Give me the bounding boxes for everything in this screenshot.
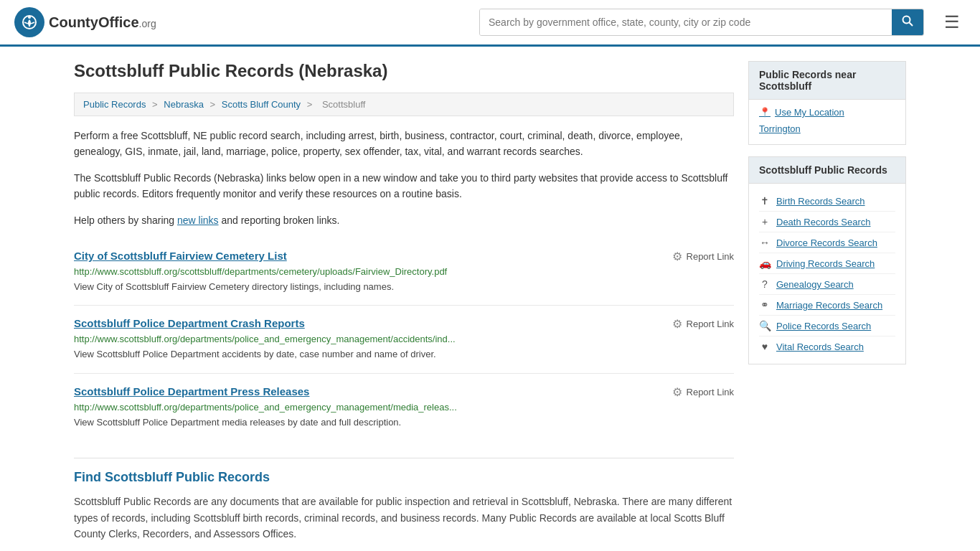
description-3: Help others by sharing new links and rep… <box>74 212 734 228</box>
search-button[interactable] <box>892 9 923 35</box>
record-url-2[interactable]: http://www.scottsbluff.org/departments/p… <box>74 402 734 413</box>
report-link-0[interactable]: ⚙ Report Link <box>672 250 734 263</box>
nearby-section: Public Records near Scottsbluff 📍 Use My… <box>748 61 906 145</box>
vital-icon: ♥ <box>759 341 771 352</box>
list-item-death: + Death Records Search <box>759 212 895 232</box>
record-header-2: Scottsbluff Police Department Press Rele… <box>74 385 734 399</box>
svg-line-4 <box>910 23 913 27</box>
driving-icon: 🚗 <box>759 258 771 269</box>
find-description: Scottsbluff Public Records are any docum… <box>74 494 734 542</box>
breadcrumb-item-3[interactable]: Scotts Bluff County <box>222 99 301 110</box>
record-desc-1: View Scottsbluff Police Department accid… <box>74 347 734 362</box>
birth-icon: ✝ <box>759 195 771 207</box>
report-icon-2: ⚙ <box>672 385 682 399</box>
marriage-records-link[interactable]: Marriage Records Search <box>776 300 882 311</box>
report-label-0: Report Link <box>687 251 734 262</box>
list-item-marriage: ⚭ Marriage Records Search <box>759 295 895 316</box>
logo-org: .org <box>139 18 156 29</box>
breadcrumb-sep-3: > <box>307 99 315 110</box>
records-section-header: Scottsbluff Public Records <box>749 157 905 184</box>
new-links-link[interactable]: new links <box>177 215 219 226</box>
description-3-pre: Help others by sharing <box>74 215 177 226</box>
driving-records-link[interactable]: Driving Records Search <box>776 258 875 269</box>
breadcrumb-item-1[interactable]: Public Records <box>83 99 146 110</box>
record-title-0[interactable]: City of Scottsbluff Fairview Cemetery Li… <box>74 250 287 262</box>
records-list: City of Scottsbluff Fairview Cemetery Li… <box>74 238 734 441</box>
record-header-1: Scottsbluff Police Department Crash Repo… <box>74 317 734 331</box>
description-3-post: and reporting broken links. <box>219 215 340 226</box>
records-links-list: ✝ Birth Records Search + Death Records S… <box>749 184 905 364</box>
logo-county: CountyOffice <box>49 14 139 30</box>
list-item-driving: 🚗 Driving Records Search <box>759 253 895 274</box>
report-link-1[interactable]: ⚙ Report Link <box>672 317 734 331</box>
record-desc-2: View Scottsbluff Police Department media… <box>74 415 734 430</box>
record-item-2: Scottsbluff Police Department Press Rele… <box>74 374 734 441</box>
record-url-1[interactable]: http://www.scottsbluff.org/departments/p… <box>74 334 734 344</box>
content-area: Scottsbluff Public Records (Nebraska) Pu… <box>74 61 734 542</box>
record-title-2[interactable]: Scottsbluff Police Department Press Rele… <box>74 385 309 397</box>
record-item-1: Scottsbluff Police Department Crash Repo… <box>74 306 734 374</box>
report-label-2: Report Link <box>687 387 734 397</box>
death-records-link[interactable]: Death Records Search <box>776 217 871 227</box>
record-title-1[interactable]: Scottsbluff Police Department Crash Repo… <box>74 317 305 329</box>
list-item-vital: ♥ Vital Records Search <box>759 336 895 357</box>
list-item-genealogy: ? Genealogy Search <box>759 274 895 295</box>
record-desc-0: View City of Scottsbluff Fairview Cemete… <box>74 280 734 294</box>
divorce-icon: ↔ <box>759 237 771 248</box>
description-2: The Scottsbluff Public Records (Nebraska… <box>74 170 734 202</box>
list-item-divorce: ↔ Divorce Records Search <box>759 232 895 253</box>
genealogy-search-link[interactable]: Genealogy Search <box>776 279 854 290</box>
vital-records-link[interactable]: Vital Records Search <box>776 342 864 352</box>
birth-records-link[interactable]: Birth Records Search <box>776 196 865 207</box>
report-icon-0: ⚙ <box>672 250 682 263</box>
marriage-icon: ⚭ <box>759 299 771 311</box>
death-icon: + <box>759 216 771 227</box>
divorce-records-link[interactable]: Divorce Records Search <box>776 237 877 248</box>
report-link-2[interactable]: ⚙ Report Link <box>672 385 734 399</box>
record-item-0: City of Scottsbluff Fairview Cemetery Li… <box>74 238 734 306</box>
header: CountyOffice.org ☰ <box>0 0 980 47</box>
list-item-police: 🔍 Police Records Search <box>759 316 895 336</box>
record-url-0[interactable]: http://www.scottsbluff.org/scottsbluff/d… <box>74 266 734 277</box>
report-icon-1: ⚙ <box>672 317 682 331</box>
breadcrumb-sep-2: > <box>210 99 218 110</box>
list-item-birth: ✝ Birth Records Search <box>759 191 895 212</box>
police-records-link[interactable]: Police Records Search <box>776 321 871 331</box>
breadcrumb-sep-1: > <box>152 99 160 110</box>
torrington-link[interactable]: Torrington <box>759 123 895 134</box>
use-location-label: Use My Location <box>775 107 844 118</box>
logo[interactable]: CountyOffice.org <box>14 7 156 37</box>
find-title: Find Scottsbluff Public Records <box>74 470 734 485</box>
svg-point-2 <box>28 16 31 19</box>
logo-icon <box>14 7 44 37</box>
logo-text-area: CountyOffice.org <box>49 14 156 31</box>
page-title: Scottsbluff Public Records (Nebraska) <box>74 61 734 81</box>
breadcrumb: Public Records > Nebraska > Scotts Bluff… <box>74 93 734 116</box>
records-section: Scottsbluff Public Records ✝ Birth Recor… <box>748 156 906 364</box>
menu-icon[interactable]: ☰ <box>938 9 966 35</box>
nearby-section-header: Public Records near Scottsbluff <box>749 62 905 100</box>
find-section: Find Scottsbluff Public Records Scottsbl… <box>74 458 734 542</box>
svg-point-3 <box>903 17 910 24</box>
report-label-1: Report Link <box>687 319 734 329</box>
sidebar: Public Records near Scottsbluff 📍 Use My… <box>748 61 906 542</box>
police-icon: 🔍 <box>759 320 771 331</box>
main-container: Scottsbluff Public Records (Nebraska) Pu… <box>60 47 920 551</box>
use-location-button[interactable]: 📍 Use My Location <box>759 107 895 118</box>
genealogy-icon: ? <box>759 278 771 290</box>
record-header-0: City of Scottsbluff Fairview Cemetery Li… <box>74 250 734 263</box>
breadcrumb-current: Scottsbluff <box>322 99 365 110</box>
search-input[interactable] <box>480 9 892 35</box>
breadcrumb-item-2[interactable]: Nebraska <box>164 99 204 110</box>
description-1: Perform a free Scottsbluff, NE public re… <box>74 128 734 160</box>
search-bar <box>479 9 924 36</box>
location-pin-icon: 📍 <box>759 107 771 118</box>
nearby-section-body: 📍 Use My Location Torrington <box>749 100 905 144</box>
